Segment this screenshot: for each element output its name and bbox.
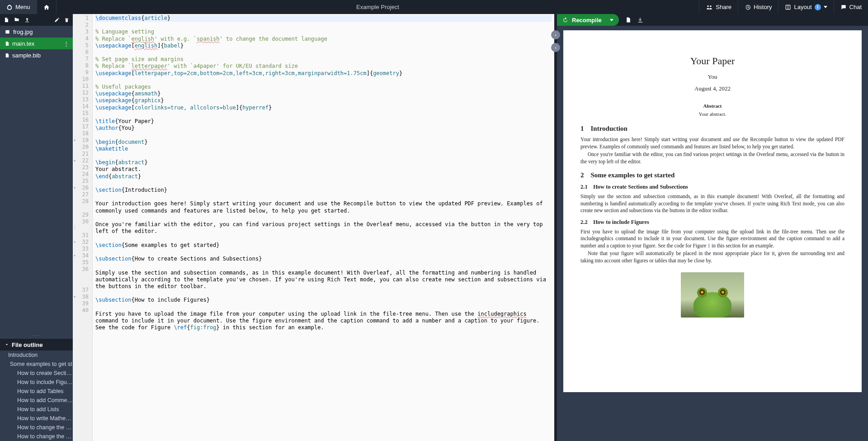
code-line[interactable]: Your abstract. <box>95 166 552 173</box>
file-item-frog-jpg[interactable]: frog.jpg <box>0 26 73 38</box>
code-line[interactable]: % Replace `letterpaper' with `a4paper' f… <box>95 63 552 70</box>
code-line[interactable]: First you have to upload the image file … <box>95 311 552 332</box>
code-line[interactable]: \section{Some examples to get started} <box>95 242 552 249</box>
sync-code-to-pdf-button[interactable]: › <box>551 30 560 39</box>
line-number[interactable]: 21 <box>73 151 92 157</box>
line-number[interactable]: 12 <box>73 90 92 96</box>
pdf-viewer[interactable]: Your Paper You August 4, 2022 Abstract Y… <box>557 26 868 441</box>
file-menu-icon[interactable]: ⋮ <box>63 40 69 47</box>
line-number[interactable]: 1 <box>73 15 92 22</box>
share-button[interactable]: Share <box>699 0 738 14</box>
line-number[interactable]: 38 <box>73 294 92 300</box>
upload-icon[interactable] <box>24 17 30 23</box>
code-line[interactable]: \usepackage[colorlinks=true, allcolors=b… <box>95 104 552 111</box>
outline-item[interactable]: How to add Comme… <box>0 396 73 405</box>
line-number[interactable]: 37 <box>73 287 92 294</box>
code-line[interactable] <box>95 152 552 159</box>
new-file-icon[interactable] <box>4 17 9 23</box>
code-line[interactable]: \maketitle <box>95 146 552 152</box>
line-number[interactable]: 16 <box>73 117 92 123</box>
line-number[interactable]: 20 <box>73 144 92 151</box>
line-number[interactable]: 3 <box>73 28 92 35</box>
line-number[interactable]: 5 <box>73 42 92 49</box>
code-line[interactable]: \title{Your Paper} <box>95 118 552 125</box>
caret-down-icon[interactable] <box>610 19 613 21</box>
line-number[interactable]: 25 <box>73 178 92 185</box>
outline-item[interactable]: How to include Figur… <box>0 378 73 387</box>
code-line[interactable]: % Replace `english' with e.g. `spanish' … <box>95 36 552 43</box>
line-number[interactable]: 7 <box>73 56 92 62</box>
line-number[interactable]: 19 <box>73 137 92 144</box>
code-line[interactable] <box>95 304 552 311</box>
line-number[interactable]: 40 <box>73 307 92 328</box>
file-outline-toggle[interactable]: File outline <box>0 339 73 351</box>
line-number[interactable]: 32 <box>73 239 92 246</box>
code-line[interactable]: % Language setting <box>95 28 552 35</box>
outline-item[interactable]: Introduction <box>0 351 73 360</box>
outline-item[interactable]: How to add Lists <box>0 405 73 414</box>
line-number[interactable]: 9 <box>73 69 92 76</box>
file-item-main-tex[interactable]: main.tex⋮ <box>0 38 73 49</box>
menu-button[interactable]: Menu <box>0 0 37 14</box>
line-number[interactable]: 30 <box>73 218 92 232</box>
code-line[interactable] <box>95 262 552 269</box>
line-number[interactable]: 24 <box>73 171 92 178</box>
line-number[interactable]: 18 <box>73 130 92 137</box>
layout-button[interactable]: Layout i <box>778 0 833 14</box>
rename-icon[interactable] <box>54 17 60 23</box>
code-line[interactable]: \usepackage[english]{babel} <box>95 43 552 49</box>
code-line[interactable] <box>95 49 552 56</box>
code-line[interactable] <box>95 249 552 256</box>
line-number[interactable]: 35 <box>73 259 92 266</box>
logs-icon[interactable] <box>625 17 631 23</box>
line-number[interactable]: 34 <box>73 252 92 259</box>
line-number[interactable]: 26 <box>73 185 92 191</box>
outline-item[interactable]: How to add Tables <box>0 387 73 396</box>
code-line[interactable] <box>95 180 552 187</box>
code-line[interactable]: \usepackage{graphicx} <box>95 97 552 104</box>
home-button[interactable] <box>37 0 57 14</box>
line-number[interactable]: 33 <box>73 246 92 252</box>
chat-button[interactable]: Chat <box>834 0 868 14</box>
outline-item[interactable]: How to write Mathe… <box>0 414 73 423</box>
line-number[interactable]: 36 <box>73 266 92 287</box>
splitter[interactable]: › ‹ <box>554 14 557 441</box>
code-line[interactable] <box>95 194 552 200</box>
code-line[interactable]: \subsection{How to include Figures} <box>95 297 552 303</box>
line-number[interactable]: 27 <box>73 191 92 198</box>
line-number[interactable]: 11 <box>73 83 92 90</box>
code-line[interactable]: \begin{document} <box>95 139 552 146</box>
history-button[interactable]: History <box>738 0 778 14</box>
file-item-sample-bib[interactable]: sample.bib <box>0 49 73 61</box>
editor-pane[interactable]: ··· 123456789101112131415161718192021222… <box>73 14 554 441</box>
project-title[interactable]: Example Project <box>57 4 699 10</box>
code-line[interactable] <box>95 290 552 297</box>
outline-item[interactable]: How to change the … <box>0 423 73 432</box>
code-line[interactable]: Simply use the section and subsection co… <box>95 270 552 290</box>
code-line[interactable]: \section{Introduction} <box>95 187 552 194</box>
line-number[interactable]: 4 <box>73 35 92 42</box>
line-number[interactable]: 2 <box>73 22 92 28</box>
line-number[interactable]: 6 <box>73 49 92 56</box>
delete-icon[interactable] <box>64 17 69 23</box>
code-editor[interactable]: \documentclass{article} % Language setti… <box>93 14 554 441</box>
line-number[interactable]: 8 <box>73 62 92 69</box>
line-number[interactable]: 15 <box>73 110 92 117</box>
line-number[interactable]: 17 <box>73 123 92 130</box>
recompile-button[interactable]: Recompile <box>557 14 619 26</box>
code-line[interactable]: \end{abstract} <box>95 173 552 180</box>
code-line[interactable]: % Set page size and margins <box>95 56 552 63</box>
sync-pdf-to-code-button[interactable]: ‹ <box>551 43 560 52</box>
download-pdf-icon[interactable] <box>637 17 643 23</box>
line-number[interactable]: 14 <box>73 103 92 110</box>
separator[interactable]: ···· <box>0 332 73 339</box>
line-number[interactable]: 31 <box>73 232 92 239</box>
code-line[interactable] <box>95 132 552 138</box>
code-line[interactable]: \subsection{How to create Sections and S… <box>95 256 552 262</box>
line-number[interactable]: 10 <box>73 76 92 83</box>
line-number[interactable]: 13 <box>73 96 92 103</box>
code-line[interactable]: \author{You} <box>95 125 552 132</box>
new-folder-icon[interactable] <box>14 17 20 22</box>
code-line[interactable]: \usepackage[letterpaper,top=2cm,bottom=2… <box>95 70 552 77</box>
line-number[interactable]: 22 <box>73 157 92 164</box>
